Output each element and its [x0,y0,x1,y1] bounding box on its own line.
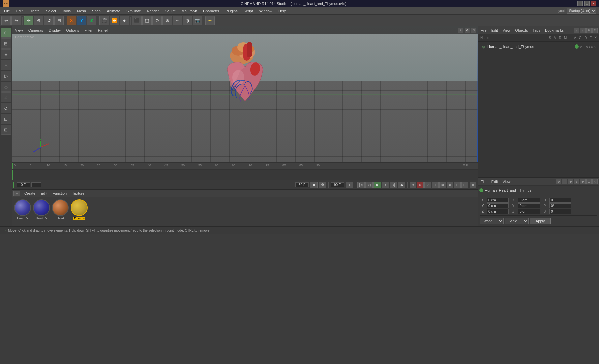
menu-simulate[interactable]: Simulate [124,8,144,14]
left-tool-select[interactable]: ⊙ [1,28,11,38]
viewport-settings-icon[interactable]: ⚙ [465,28,470,33]
attr-icon-6[interactable]: ⊡ [586,179,592,184]
om-menu-edit[interactable]: Edit [490,28,499,33]
menu-script[interactable]: Script [241,8,256,14]
menu-plugins[interactable]: Plugins [223,8,240,14]
scale-tool-button[interactable]: ⊕ [34,16,43,25]
om-menu-tags[interactable]: Tags [531,28,542,33]
goto-end-btn[interactable]: ▷| [390,182,397,188]
render-icon-4[interactable]: + [432,182,439,188]
om-icon-1[interactable]: ↑ [574,28,579,33]
play-btn[interactable]: ▶ [373,182,381,188]
menu-mesh[interactable]: Mesh [74,8,89,14]
attr-icon-5[interactable]: ⊗ [580,179,586,184]
mat-menu-create[interactable]: Create [23,191,37,196]
vp-menu-view[interactable]: View [13,28,24,33]
x-axis-button[interactable]: X [67,16,76,25]
left-tool-polys[interactable]: △ [1,60,11,70]
timeline-content[interactable] [12,170,478,180]
object-item-heart[interactable]: ◎ Human_Heart_and_Thymus ⊙ — ⊕ ↕ ⊗ ✕ [479,43,598,50]
attr-icon-3[interactable]: ⊕ [568,179,573,184]
deformer-button[interactable]: ⊛ [162,16,172,25]
vp-menu-display[interactable]: Display [47,28,62,33]
mat-menu-edit[interactable]: Edit [39,191,49,196]
menu-edit[interactable]: Edit [13,8,25,14]
left-tool-rotate[interactable]: ↺ [1,103,11,113]
render-icon-7[interactable]: P [454,182,461,188]
coord-p-val[interactable] [549,203,571,208]
coord-b-val[interactable] [549,209,571,214]
camera-button[interactable]: 📷 [193,16,202,25]
vp-menu-panel[interactable]: Panel [97,28,109,33]
attr-menu-view[interactable]: View [501,179,512,184]
mat-menu-texture[interactable]: Texture [71,191,86,196]
render-icon-1[interactable]: ⊙ [410,182,416,188]
menu-render[interactable]: Render [144,8,162,14]
left-tool-paint[interactable]: ⊡ [1,114,11,124]
spline-button[interactable]: ~ [173,16,182,25]
attr-menu-file[interactable]: File [479,179,488,184]
coord-y-scale[interactable] [518,203,540,208]
coord-x-pos[interactable] [487,198,509,203]
cube-button[interactable]: ⬛ [132,16,142,25]
mat-menu-function[interactable]: Function [51,191,68,196]
om-menu-file[interactable]: File [479,28,488,33]
attr-icon-1[interactable]: ⊙ [556,179,561,184]
attr-icon-4[interactable]: ↕ [574,179,579,184]
left-tool-brush[interactable]: ▷ [1,71,11,81]
y-axis-button[interactable]: Y [77,16,86,25]
menu-window[interactable]: Window [257,8,275,14]
viewport-full-icon[interactable]: □ [471,28,476,33]
viewport[interactable]: View Cameras Display Options Filter Pane… [12,26,478,162]
menu-animate[interactable]: Animate [104,8,123,14]
light-toggle-button[interactable]: ☀ [205,16,215,25]
coord-z-pos[interactable] [487,209,509,214]
rotate-tool-button[interactable]: ↺ [44,16,54,25]
render-icon-5[interactable]: ⊞ [439,182,446,188]
om-menu-bookmarks[interactable]: Bookmarks [544,28,565,33]
render-settings-button[interactable]: ⏭ [120,16,129,25]
layout-dropdown[interactable]: Startup (User) [567,8,596,14]
menu-mograph[interactable]: MoGraph [179,8,200,14]
move-tool-button[interactable]: ✛ [24,16,33,25]
attr-icon-7[interactable]: ✕ [592,179,598,184]
maximize-button[interactable]: □ [584,1,590,6]
coord-z-scale[interactable] [518,209,540,214]
menu-sculpt[interactable]: Sculpt [162,8,178,14]
om-icon-4[interactable]: ⊗ [592,28,598,33]
goto-prev-keyframe-btn[interactable]: ⏮ [398,182,405,188]
render-icon-9[interactable]: ≡ [470,182,476,188]
material-swatch-2[interactable]: Heart [52,199,69,220]
left-tool-points[interactable]: ⊞ [1,38,11,49]
end-frame-input[interactable] [331,182,344,187]
current-frame-input[interactable] [17,182,30,187]
menu-file[interactable]: File [1,8,13,14]
menu-character[interactable]: Character [200,8,222,14]
material-swatch-3[interactable]: Thymus [71,199,88,220]
record-btn[interactable]: ⏺ [310,182,318,188]
minimize-button[interactable]: ─ [577,1,583,6]
left-tool-shape[interactable]: ◇ [1,82,11,92]
material-swatch-1[interactable]: Heart_V [33,199,50,220]
left-tool-grid[interactable]: ⊞ [1,125,11,135]
menu-select[interactable]: Select [43,8,59,14]
attr-menu-edit[interactable]: Edit [490,179,499,184]
z-axis-button[interactable]: Z [87,16,96,25]
prev-frame-btn[interactable]: ◁ [365,182,373,188]
material-swatch-0[interactable]: Heart_V [14,199,31,220]
viewport-expand-icon[interactable]: + [458,28,463,33]
left-tool-plane[interactable]: ⊿ [1,92,11,102]
framerate-input[interactable] [295,182,309,187]
left-tool-edges[interactable]: ◈ [1,49,11,59]
coord-y-pos[interactable] [487,203,509,208]
next-frame-btn[interactable]: ▷ [382,182,389,188]
menu-create[interactable]: Create [26,8,42,14]
space-dropdown[interactable]: World Object Local [480,218,504,224]
render-icon-3[interactable]: ? [424,182,431,188]
render-icon-6[interactable]: ⊠ [447,182,453,188]
nurbs-button[interactable]: ⬚ [142,16,152,25]
om-menu-view[interactable]: View [501,28,512,33]
om-menu-objects[interactable]: Objects [514,28,529,33]
render-icon-8[interactable]: ⊡ [461,182,468,188]
array-button[interactable]: ⊙ [152,16,162,25]
